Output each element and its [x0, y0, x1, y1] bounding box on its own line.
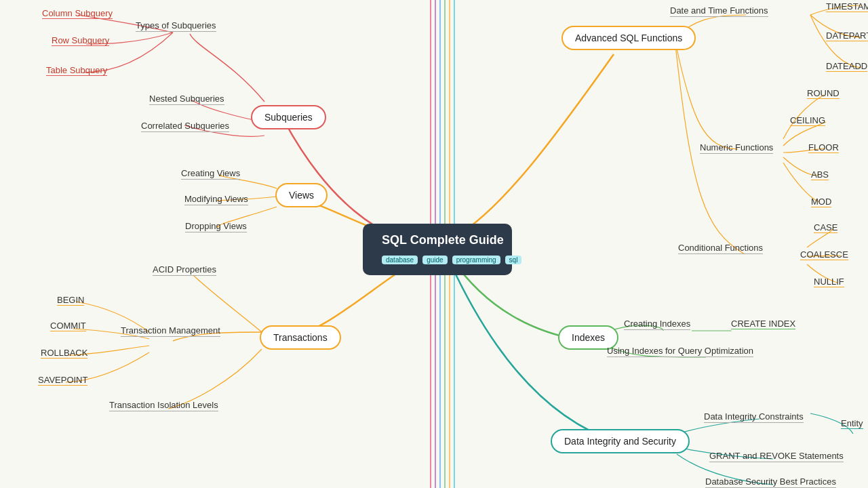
row-subquery-node: Row Subquery [52, 35, 109, 46]
modifying-views-node: Modifying Views [184, 194, 248, 204]
db-sec-label: Database Security Best Practices [705, 476, 836, 488]
transactions-label: Transactions [273, 332, 328, 343]
nested-subqueries-node: Nested Subqueries [149, 94, 224, 104]
rollback-label: ROLLBACK [41, 348, 87, 358]
views-label: Views [289, 190, 314, 201]
correlated-subqueries-node: Correlated Subqueries [141, 121, 229, 131]
dis-label: Data Integrity and Security [564, 436, 676, 447]
trans-iso-label: Transaction Isolation Levels [109, 400, 218, 411]
dropping-views-label: Dropping Views [185, 221, 247, 232]
column-subquery-node: Column Subquery [42, 8, 113, 19]
tag-programming: programming [452, 256, 500, 264]
correlated-label: Correlated Subqueries [141, 121, 229, 132]
timestamp-node: TIMESTAMP [826, 1, 868, 12]
acid-label: ACID Properties [153, 264, 216, 276]
floor-label: FLOOR [808, 142, 839, 152]
grant-revoke-node: GRANT and REVOKE Statements [709, 451, 844, 461]
creating-indexes-node: Creating Indexes [624, 319, 690, 329]
creating-idx-label: Creating Indexes [624, 319, 690, 330]
creating-views-label: Creating Views [181, 168, 240, 180]
dateadd-node: DATEADD [826, 61, 867, 72]
trans-mgmt-label: Transaction Management [121, 325, 220, 337]
using-idx-label: Using Indexes for Query Optimization [607, 346, 753, 357]
commit-node: COMMIT [50, 321, 86, 331]
transaction-management-node: Transaction Management [121, 325, 220, 336]
dateadd-label: DATEADD [826, 61, 867, 71]
coalesce-label: COALESCE [800, 249, 848, 260]
commit-label: COMMIT [50, 321, 86, 331]
coalesce-node: COALESCE [800, 249, 848, 260]
numeric-label: Numeric Functions [700, 142, 773, 154]
timestamp-label: TIMESTAMP [826, 1, 868, 12]
table-sub-label: Table Subquery [46, 65, 107, 75]
savepoint-node: SAVEPOINT [38, 375, 87, 386]
row-sub-label: Row Subquery [52, 35, 109, 45]
create-index-label: CREATE INDEX [731, 319, 795, 329]
case-label: CASE [814, 222, 837, 232]
adv-sql-label: Advanced SQL Functions [575, 33, 682, 43]
dropping-views-node: Dropping Views [185, 221, 247, 231]
numeric-functions-node: Numeric Functions [700, 142, 773, 152]
tag-database: database [382, 256, 418, 264]
creating-views-node: Creating Views [181, 168, 240, 178]
col-sub-label: Column Subquery [42, 8, 113, 18]
transaction-isolation-levels-node: Transaction Isolation Levels [109, 400, 218, 410]
tag-sql: sql [505, 256, 522, 264]
nested-label: Nested Subqueries [149, 94, 224, 105]
abs-node: ABS [811, 169, 829, 180]
round-node: ROUND [807, 88, 840, 99]
ceiling-label: CEILING [790, 115, 825, 125]
center-title: SQL Complete Guide [382, 233, 493, 247]
data-integrity-constraints-node: Data Integrity Constraints [704, 411, 804, 422]
subqueries-label: Subqueries [264, 112, 313, 123]
date-time-functions-node: Date and Time Functions [670, 5, 768, 16]
case-node: CASE [814, 222, 837, 233]
data-integrity-security-node: Data Integrity and Security [551, 429, 690, 453]
ceiling-node: CEILING [790, 115, 825, 126]
begin-node: BEGIN [57, 295, 84, 306]
nullif-node: NULLIF [814, 277, 844, 287]
advanced-sql-functions-node: Advanced SQL Functions [561, 26, 696, 50]
entity-label: Entity [841, 418, 863, 428]
types-label: Types of Subqueries [136, 20, 216, 32]
nullif-label: NULLIF [814, 277, 844, 287]
table-subquery-node: Table Subquery [46, 65, 107, 76]
rollback-node: ROLLBACK [41, 348, 87, 359]
types-of-subqueries-node: Types of Subqueries [136, 20, 216, 30]
abs-label: ABS [811, 169, 829, 180]
mod-node: MOD [811, 197, 831, 207]
create-index-node: CREATE INDEX [731, 319, 795, 329]
dic-label: Data Integrity Constraints [704, 411, 804, 423]
datepar-node: DATEPART [826, 30, 868, 41]
indexes-label: Indexes [572, 332, 605, 343]
acid-properties-node: ACID Properties [153, 264, 216, 274]
entity-node: Entity [841, 418, 863, 429]
round-label: ROUND [807, 88, 840, 98]
center-node: SQL Complete Guide database guide progra… [363, 224, 512, 275]
cond-label: Conditional Functions [678, 243, 763, 254]
transactions-node: Transactions [260, 325, 341, 350]
floor-node: FLOOR [808, 142, 839, 153]
subqueries-node: Subqueries [251, 105, 326, 129]
grant-revoke-label: GRANT and REVOKE Statements [709, 451, 844, 462]
begin-label: BEGIN [57, 295, 84, 305]
tag-guide: guide [422, 256, 447, 264]
date-time-label: Date and Time Functions [670, 5, 768, 17]
datepar-label: DATEPART [826, 30, 868, 41]
database-security-node: Database Security Best Practices [705, 476, 836, 487]
modifying-views-label: Modifying Views [184, 194, 248, 205]
mod-label: MOD [811, 197, 831, 207]
conditional-functions-node: Conditional Functions [678, 243, 763, 253]
savepoint-label: SAVEPOINT [38, 375, 87, 385]
using-indexes-node: Using Indexes for Query Optimization [607, 346, 753, 356]
views-node: Views [275, 183, 328, 207]
